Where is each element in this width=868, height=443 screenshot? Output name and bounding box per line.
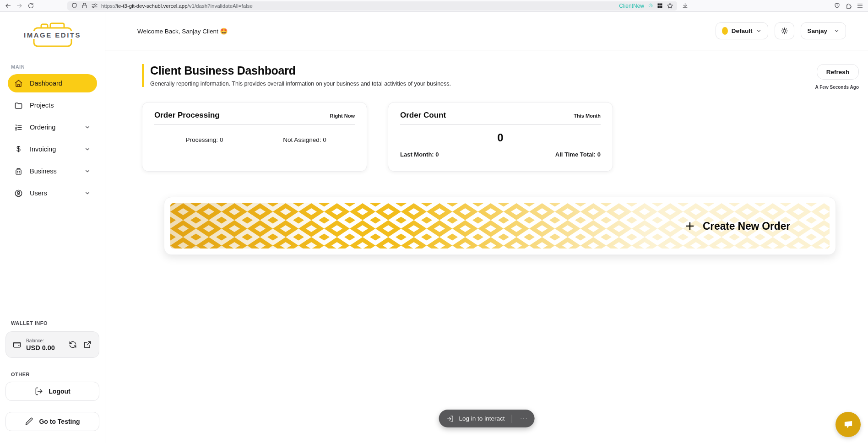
- privacy-shield-icon[interactable]: [834, 2, 841, 9]
- chevron-down-icon: [84, 168, 91, 174]
- chevron-down-icon: [84, 124, 91, 130]
- main-header: Welcome Back, Sanjay Client 🤩 Default Sa…: [105, 12, 868, 50]
- card-title: Order Processing: [154, 111, 220, 120]
- workspace-selector-button[interactable]: Default: [716, 22, 769, 39]
- refresh-icon: [68, 340, 77, 349]
- sidebar-item-label: Business: [30, 167, 57, 175]
- sidebar-item-label: Projects: [30, 102, 54, 109]
- chevron-down-icon: [756, 28, 762, 34]
- sidebar-item-label: Dashboard: [30, 80, 62, 87]
- sidebar-item-ordering[interactable]: Ordering: [8, 118, 97, 136]
- menu-hamburger-icon[interactable]: [857, 2, 863, 9]
- order-count-value: 0: [400, 131, 601, 144]
- go-to-testing-label: Go to Testing: [39, 418, 80, 425]
- forward-icon[interactable]: [16, 2, 23, 9]
- sidebar-item-invoicing[interactable]: $ Invoicing: [8, 140, 97, 158]
- ordered-list-icon: [14, 123, 23, 132]
- all-time-total-stat: All Time Total: 0: [555, 151, 601, 158]
- wallet-card: Balance: USD 0.00: [5, 331, 99, 358]
- reload-icon[interactable]: [27, 2, 34, 9]
- logout-icon: [34, 387, 43, 396]
- address-bar[interactable]: https://ie-t3-git-dev-schubl.vercel.app/…: [67, 1, 677, 11]
- chat-bubble-icon: [842, 419, 854, 431]
- pencil-icon: [25, 417, 34, 426]
- extensions-puzzle-icon[interactable]: [845, 2, 852, 9]
- user-label: Sanjay: [807, 27, 827, 34]
- sidebar-item-projects[interactable]: Projects: [8, 96, 97, 114]
- download-icon[interactable]: [682, 2, 689, 9]
- chevron-down-icon: [84, 190, 91, 196]
- chevron-down-icon: [834, 28, 840, 34]
- profile-fingerprint-icon: [647, 3, 653, 9]
- page-subtitle: Generally reporting information. This pr…: [150, 81, 451, 87]
- processing-stat: Processing: 0: [154, 136, 255, 143]
- not-assigned-stat: Not Assigned: 0: [255, 136, 355, 143]
- extension-grid-icon[interactable]: [656, 2, 663, 9]
- page-title-block: Client Business Dashboard Generally repo…: [142, 64, 451, 87]
- section-label-main: MAIN: [0, 58, 105, 74]
- section-label-wallet-info: WALLET INFO: [0, 314, 105, 330]
- external-link-icon: [83, 340, 92, 349]
- balance-label: Balance:: [26, 338, 55, 343]
- url-text[interactable]: https://ie-t3-git-dev-schubl.vercel.app/…: [101, 3, 253, 9]
- logo-text: IMAGE EDITS: [22, 31, 83, 39]
- sidebar: IMAGE EDITS MAIN Dashboard Projects Orde…: [0, 12, 105, 443]
- create-new-order-label: + Create New Order: [685, 219, 790, 233]
- wallet-external-link-button[interactable]: [82, 340, 92, 350]
- card-title: Order Count: [400, 111, 446, 120]
- welcome-text: Welcome Back, Sanjay Client 🤩: [137, 27, 228, 35]
- sidebar-item-label: Users: [30, 189, 47, 197]
- sidebar-nav: Dashboard Projects Ordering $ Invoicing …: [0, 74, 105, 206]
- tracking-shield-icon[interactable]: [71, 2, 78, 9]
- sidebar-item-dashboard[interactable]: Dashboard: [8, 74, 97, 92]
- sidebar-item-users[interactable]: Users: [8, 184, 97, 202]
- bookmark-star-icon[interactable]: [667, 2, 673, 9]
- user-circle-icon: [14, 189, 23, 198]
- card-badge: Right Now: [330, 113, 355, 119]
- logo[interactable]: IMAGE EDITS: [0, 12, 105, 58]
- page-title: Client Business Dashboard: [150, 64, 451, 77]
- plus-icon: +: [685, 217, 694, 233]
- balance-value: USD 0.00: [26, 344, 55, 351]
- login-icon: [447, 415, 454, 422]
- go-to-testing-button[interactable]: Go to Testing: [5, 412, 99, 431]
- logout-label: Logout: [49, 388, 70, 395]
- lock-icon[interactable]: [81, 2, 88, 9]
- sidebar-item-business[interactable]: Business: [8, 162, 97, 180]
- wallet-icon: [12, 340, 22, 349]
- sun-icon: [781, 27, 788, 35]
- toast-divider: [511, 415, 512, 423]
- workspace-label: Default: [732, 27, 753, 34]
- refresh-timestamp: A Few Seconds Ago: [815, 85, 859, 90]
- dollar-icon: $: [14, 145, 23, 153]
- browser-toolbar: https://ie-t3-git-dev-schubl.vercel.app/…: [0, 0, 868, 12]
- folder-icon: [14, 101, 23, 110]
- login-toast-message: Log in to interact: [459, 415, 505, 422]
- chat-widget-button[interactable]: [835, 412, 861, 437]
- toast-more-button[interactable]: ···: [517, 410, 531, 427]
- browser-profile-label[interactable]: ClientNew: [619, 3, 644, 9]
- card-badge: This Month: [574, 113, 601, 119]
- order-processing-card: Order Processing Right Now Processing: 0…: [142, 102, 367, 172]
- user-menu-button[interactable]: Sanjay: [801, 22, 846, 39]
- wallet-refresh-button[interactable]: [68, 340, 78, 350]
- last-month-stat: Last Month: 0: [400, 151, 439, 158]
- refresh-button[interactable]: Refresh: [817, 64, 859, 80]
- business-building-icon: [14, 167, 23, 176]
- logout-button[interactable]: Logout: [5, 382, 99, 401]
- sidebar-item-label: Ordering: [30, 124, 55, 131]
- chevron-down-icon: [84, 146, 91, 152]
- sidebar-item-label: Invoicing: [30, 146, 56, 153]
- section-label-other: OTHER: [0, 365, 105, 382]
- welcome-emoji: 🤩: [220, 28, 228, 35]
- create-new-order-banner[interactable]: + Create New Order: [164, 197, 836, 255]
- order-count-card: Order Count This Month 0 Last Month: 0 A…: [388, 102, 613, 172]
- main-area: Welcome Back, Sanjay Client 🤩 Default Sa…: [105, 12, 868, 443]
- back-icon[interactable]: [5, 2, 11, 9]
- login-toast[interactable]: Log in to interact ···: [439, 410, 535, 427]
- workspace-avatar: [722, 27, 728, 35]
- theme-toggle-button[interactable]: [775, 22, 794, 39]
- home-icon: [14, 79, 23, 88]
- permissions-icon[interactable]: [91, 2, 98, 9]
